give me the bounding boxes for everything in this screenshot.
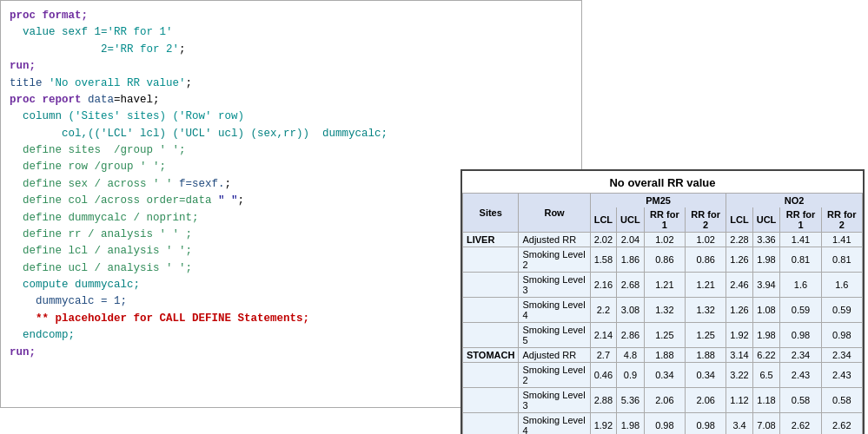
cell-6-1: Smoking Level 2	[519, 363, 590, 388]
cell-3-5: 1.32	[686, 298, 726, 323]
cell-6-9: 2.43	[821, 363, 862, 388]
cell-3-7: 1.08	[752, 298, 780, 323]
table-row: Smoking Level 42.23.081.321.321.261.080.…	[463, 298, 863, 323]
cell-1-3: 1.86	[617, 247, 645, 273]
cell-3-9: 0.59	[821, 298, 862, 323]
cell-8-6: 3.4	[726, 413, 752, 435]
report-table: Sites Row PM25 NO2 LCL UCL RR for 1 RR f…	[462, 193, 863, 434]
cell-7-6: 1.12	[726, 388, 752, 413]
cell-8-0	[463, 413, 519, 435]
code-line-l3: 2='RR for 2';	[10, 42, 573, 58]
cell-2-6: 2.46	[726, 273, 752, 298]
th-rr1-2: RR for 1	[780, 207, 821, 233]
cell-8-3: 1.98	[617, 413, 645, 435]
cell-7-9: 0.58	[821, 388, 862, 413]
cell-4-1: Smoking Level 5	[519, 323, 590, 348]
table-row: Smoking Level 21.581.860.860.861.261.980…	[463, 247, 863, 273]
cell-2-9: 1.6	[821, 273, 862, 298]
cell-8-5: 0.98	[686, 413, 726, 435]
cell-4-3: 2.86	[617, 323, 645, 348]
code-line-l8: proc report data=havel;	[10, 92, 573, 108]
cell-4-6: 1.92	[726, 323, 752, 348]
cell-8-9: 2.62	[821, 413, 862, 435]
cell-0-4: 1.02	[644, 233, 685, 247]
table-row: Smoking Level 32.885.362.062.061.121.180…	[463, 388, 863, 413]
cell-7-3: 5.36	[617, 388, 645, 413]
table-title: No overall RR value	[462, 171, 863, 193]
code-line-l9: column ('Sites' sites) ('Row' row)	[10, 108, 573, 125]
code-line-l4: run;	[10, 58, 573, 75]
cell-0-3: 2.04	[617, 233, 645, 247]
cell-0-9: 1.41	[821, 233, 862, 247]
cell-2-7: 3.94	[752, 273, 780, 298]
cell-5-6: 3.14	[726, 348, 752, 363]
cell-1-8: 0.81	[780, 247, 821, 273]
cell-6-0	[463, 363, 519, 388]
cell-4-5: 1.25	[686, 323, 726, 348]
cell-8-8: 2.62	[780, 413, 821, 435]
cell-5-5: 1.88	[686, 348, 726, 363]
cell-1-1: Smoking Level 2	[519, 247, 590, 273]
th-rr2-2: RR for 2	[821, 207, 862, 233]
cell-0-6: 2.28	[726, 233, 752, 247]
cell-0-7: 3.36	[752, 233, 780, 247]
cell-0-8: 1.41	[780, 233, 821, 247]
cell-6-8: 2.43	[780, 363, 821, 388]
cell-6-7: 6.5	[752, 363, 780, 388]
cell-2-1: Smoking Level 3	[519, 273, 590, 298]
cell-0-1: Adjusted RR	[519, 233, 590, 247]
cell-5-8: 2.34	[780, 348, 821, 363]
cell-3-2: 2.2	[590, 298, 616, 323]
cell-8-2: 1.92	[590, 413, 616, 435]
th-ucl-1: UCL	[617, 207, 645, 233]
cell-2-2: 2.16	[590, 273, 616, 298]
cell-8-1: Smoking Level 4	[519, 413, 590, 435]
cell-4-9: 0.98	[821, 323, 862, 348]
code-line-l1: proc format;	[10, 8, 573, 24]
cell-1-6: 1.26	[726, 247, 752, 273]
cell-3-8: 0.59	[780, 298, 821, 323]
cell-2-0	[463, 273, 519, 298]
cell-2-3: 2.68	[617, 273, 645, 298]
th-lcl-2: LCL	[726, 207, 752, 233]
table-row: Smoking Level 20.460.90.340.343.226.52.4…	[463, 363, 863, 388]
cell-3-4: 1.32	[644, 298, 685, 323]
cell-3-6: 1.26	[726, 298, 752, 323]
th-rr1-1: RR for 1	[644, 207, 685, 233]
cell-6-5: 0.34	[686, 363, 726, 388]
cell-7-5: 2.06	[686, 388, 726, 413]
cell-1-9: 0.81	[821, 247, 862, 273]
cell-5-7: 6.22	[752, 348, 780, 363]
cell-1-0	[463, 247, 519, 273]
code-line-l7: title 'No overall RR value';	[10, 76, 573, 92]
cell-3-3: 3.08	[617, 298, 645, 323]
cell-4-4: 1.25	[644, 323, 685, 348]
code-line-l11: define sites /group ' ';	[10, 142, 573, 159]
th-no2: NO2	[726, 194, 863, 208]
cell-6-2: 0.46	[590, 363, 616, 388]
cell-7-8: 0.58	[780, 388, 821, 413]
cell-5-9: 2.34	[821, 348, 862, 363]
cell-4-7: 1.98	[752, 323, 780, 348]
cell-4-8: 0.98	[780, 323, 821, 348]
cell-4-2: 2.14	[590, 323, 616, 348]
cell-5-4: 1.88	[644, 348, 685, 363]
table-panel: No overall RR value Sites Row PM25 NO2 L…	[461, 169, 865, 434]
cell-5-2: 2.7	[590, 348, 616, 363]
table-row: LIVERAdjusted RR2.022.041.021.022.283.36…	[463, 233, 863, 247]
table-row: Smoking Level 41.921.980.980.983.47.082.…	[463, 413, 863, 435]
cell-0-0: LIVER	[463, 233, 519, 247]
code-line-l10: col,(('LCL' lcl) ('UCL' ucl) (sex,rr)) d…	[10, 126, 573, 142]
cell-6-4: 0.34	[644, 363, 685, 388]
table-row: Smoking Level 32.162.681.211.212.463.941…	[463, 273, 863, 298]
cell-7-7: 1.18	[752, 388, 780, 413]
cell-8-7: 7.08	[752, 413, 780, 435]
cell-2-8: 1.6	[780, 273, 821, 298]
cell-2-5: 1.21	[686, 273, 726, 298]
th-sites: Sites	[463, 194, 519, 233]
table-body: LIVERAdjusted RR2.022.041.021.022.283.36…	[463, 233, 863, 435]
cell-4-0	[463, 323, 519, 348]
cell-7-1: Smoking Level 3	[519, 388, 590, 413]
col-group-header: Sites Row PM25 NO2	[463, 194, 863, 208]
cell-1-2: 1.58	[590, 247, 616, 273]
